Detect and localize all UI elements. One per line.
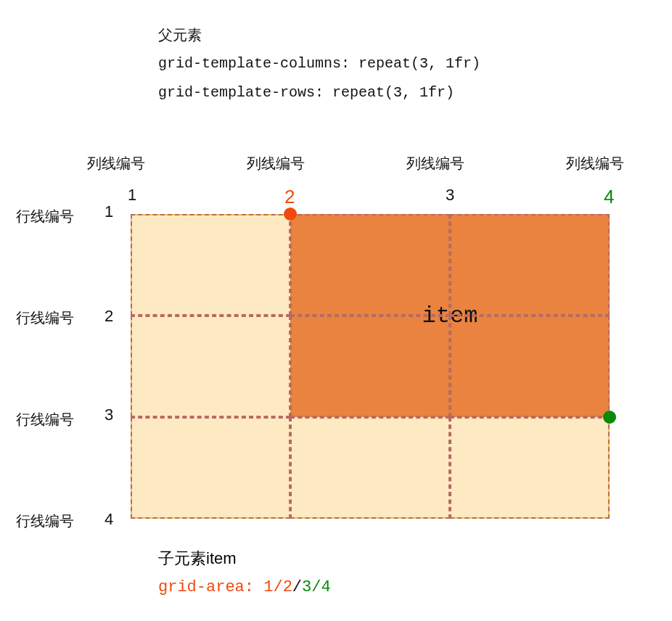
marker-end-dot [603,411,616,424]
child-label: 子元素item [158,544,331,573]
grid-area-code: grid-area: 1/2/3/4 [158,573,331,602]
slash-2: / [292,578,302,596]
grid-lines [131,214,610,519]
col-label-4: 列线编号 [566,154,624,173]
row-label-2: 行线编号 [16,308,81,328]
col-num-2: 2 [284,186,295,208]
grid-cell [131,214,290,316]
row-num-3: 3 [94,406,123,424]
row-label-4: 行线编号 [16,511,81,531]
val-3: 3 [302,578,311,596]
grid-cell [290,214,450,316]
row-label-3: 行线编号 [16,410,81,429]
grid-cell [450,214,610,316]
col-num-1: 1 [128,186,136,205]
marker-start-dot [284,207,297,221]
grid-cell [131,316,290,417]
col-num-3: 3 [446,186,454,205]
header-block: 父元素 grid-template-columns: repeat(3, 1fr… [158,20,480,107]
val-2: 2 [283,578,292,596]
code-rows: grid-template-rows: repeat(3, 1fr) [158,78,480,107]
row-num-1: 1 [94,202,123,221]
col-label-1: 列线编号 [87,154,145,173]
grid-cell [131,417,290,519]
val-1: 1 [263,578,273,596]
code-cols: grid-template-columns: repeat(3, 1fr) [158,49,480,78]
val-4: 4 [321,578,330,596]
parent-label: 父元素 [158,20,480,49]
col-label-3: 列线编号 [406,154,464,173]
row-num-4: 4 [94,510,123,529]
row-num-2: 2 [94,307,123,326]
grid-cell [450,316,610,417]
grid-cell [290,417,450,519]
col-num-4: 4 [604,186,614,208]
grid-cell [290,316,450,417]
slash-1: / [273,578,282,596]
footer-block: 子元素item grid-area: 1/2/3/4 [158,544,331,601]
prop-name: grid-area: [158,578,263,596]
row-label-1: 行线编号 [16,207,81,226]
slash-3: / [311,578,321,596]
col-label-2: 列线编号 [247,154,305,173]
grid-diagram: item [131,214,610,519]
grid-cell [450,417,610,519]
